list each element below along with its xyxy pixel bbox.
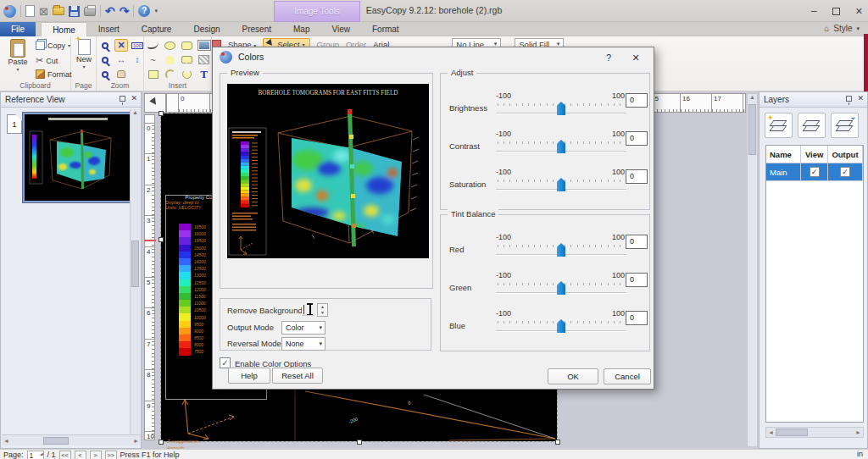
last-page-button[interactable]: >> — [105, 451, 117, 459]
image-tool-icon[interactable] — [197, 39, 211, 52]
column-header-view[interactable]: View — [801, 146, 828, 163]
saturation-value-field[interactable]: 0 — [626, 169, 648, 184]
ribbon-collapse-icon[interactable]: ⌂ — [824, 24, 829, 33]
zoom-out-icon[interactable] — [98, 53, 112, 66]
ok-button[interactable]: OK — [548, 368, 598, 384]
remove-background-spinner[interactable]: ▲▼ — [317, 303, 328, 317]
selection-handle[interactable] — [159, 111, 164, 116]
copy-button[interactable]: Copy ▾ — [36, 41, 70, 50]
contrast-value-field[interactable]: 0 — [626, 131, 648, 146]
contrast-slider[interactable] — [496, 138, 626, 157]
canvas-vertical-scrollbar[interactable]: ▲ — [747, 93, 758, 447]
column-header-name[interactable]: Name — [766, 146, 801, 163]
zoom-region-icon[interactable] — [98, 68, 112, 80]
scrollbar-thumb[interactable] — [43, 437, 69, 445]
tab-view[interactable]: View — [320, 22, 361, 36]
layers-horizontal-scrollbar[interactable]: ◄ ► — [765, 427, 864, 438]
format-painter-button[interactable]: Format — [36, 69, 72, 79]
layer-row-main[interactable]: Main ✓ ✓ — [766, 163, 863, 181]
green-value-field[interactable]: 0 — [626, 273, 648, 287]
green-slider[interactable] — [496, 279, 626, 298]
layer-name: Main — [766, 163, 801, 180]
column-header-output[interactable]: Output — [828, 146, 863, 163]
tab-format[interactable]: Format — [361, 22, 410, 36]
rect-tool-icon[interactable] — [146, 68, 160, 80]
tab-insert[interactable]: Insert — [87, 22, 131, 36]
paste-button[interactable]: Paste ▾ — [3, 39, 32, 72]
tab-design[interactable]: Design — [182, 22, 231, 36]
dialog-help-button[interactable]: ? — [601, 50, 616, 65]
v-ruler[interactable]: 012345678910 — [144, 114, 155, 440]
polygon-tool-icon[interactable] — [163, 53, 177, 66]
fit-page-icon[interactable]: ✕ — [114, 39, 128, 52]
pie-tool-icon[interactable] — [180, 68, 194, 80]
reversal-mode-combo[interactable]: None — [281, 337, 326, 351]
freehand-tool-icon[interactable]: ~ — [146, 53, 160, 66]
first-page-button[interactable]: << — [59, 451, 71, 459]
cancel-button[interactable]: Cancel — [604, 368, 651, 384]
brightness-slider[interactable] — [496, 100, 626, 119]
selection-handle[interactable] — [159, 440, 164, 445]
scrollbar-thumb[interactable] — [776, 429, 808, 436]
delete-layer-button[interactable] — [798, 113, 826, 138]
new-page-button[interactable]: New ▾ — [70, 39, 98, 69]
arc-tool-icon[interactable] — [163, 68, 177, 80]
maximize-button[interactable] — [832, 8, 840, 15]
callout-tool-icon[interactable] — [180, 53, 194, 66]
red-value-field[interactable]: 0 — [626, 235, 648, 249]
selection-handle[interactable] — [555, 440, 560, 445]
tab-present[interactable]: Present — [231, 22, 282, 36]
reference-horizontal-scrollbar[interactable]: ◄ ► — [2, 434, 141, 445]
ellipse-tool-icon[interactable] — [163, 39, 177, 52]
minimize-button[interactable]: – — [811, 5, 817, 17]
scrollbar-thumb[interactable] — [748, 104, 756, 155]
output-checkbox[interactable]: ✓ — [840, 167, 850, 177]
blue-value-field[interactable]: 0 — [626, 311, 648, 325]
text-tool-icon[interactable]: T — [197, 68, 211, 80]
page-thumbnail[interactable] — [23, 113, 131, 202]
prev-page-button[interactable]: < — [75, 451, 86, 459]
merge-layer-button[interactable]: ⌄ — [831, 113, 859, 138]
window-pin-icon[interactable] — [846, 96, 852, 102]
reference-vertical-scrollbar[interactable]: ▲ — [130, 109, 140, 440]
fit-width-icon[interactable]: ↔ — [114, 53, 128, 66]
red-slider[interactable] — [496, 241, 626, 260]
page-number-spinner[interactable]: 1 — [27, 451, 44, 459]
new-layer-button[interactable]: ✦ — [765, 113, 793, 138]
style-button[interactable]: ⌂ Style ▾ — [824, 24, 860, 33]
tab-capture[interactable]: Capture — [131, 22, 183, 36]
panel-close-icon[interactable]: ✕ — [857, 95, 864, 102]
pan-icon[interactable] — [114, 68, 128, 80]
page-thumbnail-badge[interactable]: 1 — [7, 114, 22, 134]
dialog-titlebar[interactable]: Colors ? ✕ — [213, 47, 654, 68]
next-page-button[interactable]: > — [90, 451, 102, 459]
fit-height-icon[interactable]: ↕ — [131, 53, 144, 66]
scrollbar-thumb[interactable] — [131, 241, 139, 287]
selection-handle[interactable] — [159, 237, 164, 242]
dialog-close-button[interactable]: ✕ — [628, 50, 643, 65]
ruler-corner-button[interactable] — [144, 93, 166, 113]
saturation-slider[interactable] — [496, 176, 626, 195]
options-group: Remove Background(s) ▲▼ Output Mode Colo… — [220, 298, 431, 351]
window-pin-icon[interactable] — [120, 96, 125, 102]
tab-map[interactable]: Map — [282, 22, 320, 36]
red-label: Red — [449, 245, 464, 254]
rounded-rect-tool-icon[interactable] — [180, 39, 194, 52]
curve-tool-icon[interactable] — [146, 39, 160, 52]
status-hint: Press F1 for Help — [120, 451, 180, 459]
view-checkbox[interactable]: ✓ — [810, 167, 820, 177]
close-button[interactable]: ✕ — [855, 6, 863, 17]
pattern-tool-icon[interactable] — [197, 53, 211, 66]
output-mode-combo[interactable]: Color — [281, 321, 326, 335]
zoom-in-icon[interactable] — [98, 39, 112, 52]
help-button[interactable]: Help — [228, 368, 270, 384]
cut-button[interactable]: ✂ Cut — [36, 55, 58, 66]
zoom-100-icon[interactable]: 100 — [131, 39, 144, 52]
tab-file[interactable]: File — [0, 22, 36, 36]
panel-close-icon[interactable]: ✕ — [131, 95, 137, 102]
reset-all-button[interactable]: Reset All — [272, 368, 323, 384]
selection-handle[interactable] — [357, 440, 362, 445]
preview-group: Preview BOREHOLE TOMOGRAMS FOR EAST FITT… — [220, 73, 433, 289]
brightness-value-field[interactable]: 0 — [626, 93, 648, 108]
blue-slider[interactable] — [496, 318, 626, 336]
